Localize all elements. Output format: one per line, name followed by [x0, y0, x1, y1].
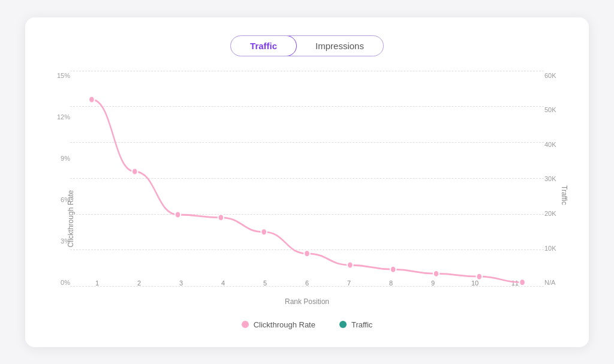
bar-group-4: 4	[202, 276, 244, 287]
ctr-legend-dot	[242, 321, 249, 328]
y-axis-right: 60K 50K 40K 30K 20K 10K N/A	[541, 71, 577, 311]
traffic-tab[interactable]: Traffic	[230, 35, 297, 56]
y-right-6: N/A	[544, 279, 555, 286]
y-left-4: 3%	[61, 237, 70, 245]
bar-label-9: 9	[431, 279, 435, 287]
chart-container: Clickthrough Rate Traffic 15% 12% 9% 6% …	[37, 71, 577, 311]
y-right-0: 60K	[544, 72, 556, 79]
legend: Clickthrough Rate Traffic	[37, 320, 577, 329]
y-right-3: 30K	[544, 175, 556, 182]
x-axis-title: Rank Position	[285, 297, 329, 306]
bar-label-11+: 11+	[511, 279, 523, 287]
bar-label-4: 4	[221, 279, 225, 287]
y-right-1: 50K	[544, 106, 556, 113]
ctr-legend-label: Clickthrough Rate	[254, 320, 315, 329]
bar-group-1: 1	[76, 276, 118, 287]
bar-group-11+: 11+	[496, 276, 538, 287]
bar-group-3: 3	[160, 276, 202, 287]
bar-group-2: 2	[118, 276, 160, 287]
impressions-tab[interactable]: Impressions	[296, 36, 383, 56]
main-card: Traffic Impressions Clickthrough Rate Tr…	[25, 17, 589, 347]
toggle-bar: Traffic Impressions	[37, 35, 577, 56]
bar-label-6: 6	[305, 279, 309, 287]
traffic-legend-label: Traffic	[351, 320, 372, 329]
bar-group-6: 6	[286, 276, 328, 287]
y-right-4: 20K	[544, 210, 556, 217]
y-left-1: 12%	[57, 113, 70, 121]
y-left-0: 15%	[57, 72, 70, 79]
bar-label-7: 7	[347, 279, 351, 287]
bar-label-1: 1	[95, 279, 99, 287]
y-left-5: 0%	[61, 279, 70, 286]
toggle-group: Traffic Impressions	[230, 35, 384, 56]
traffic-legend-dot	[339, 321, 347, 328]
legend-traffic: Traffic	[339, 320, 372, 329]
y-axis-left: 15% 12% 9% 6% 3% 0%	[37, 71, 70, 311]
y-right-2: 40K	[544, 141, 556, 148]
y-left-2: 9%	[61, 155, 70, 162]
legend-ctr: Clickthrough Rate	[242, 320, 315, 329]
bar-group-5: 5	[244, 276, 286, 287]
chart-area: 1234567891011+ Rank Position	[70, 71, 544, 287]
bar-label-10: 10	[471, 279, 478, 287]
bar-label-8: 8	[389, 279, 393, 287]
bar-label-2: 2	[137, 279, 141, 287]
bar-label-3: 3	[179, 279, 183, 287]
bar-group-9: 9	[412, 276, 454, 287]
bar-group-8: 8	[370, 276, 412, 287]
y-right-5: 10K	[544, 245, 556, 252]
bar-label-5: 5	[263, 279, 267, 287]
bar-group-7: 7	[328, 276, 370, 287]
bars-row: 1234567891011+	[70, 71, 544, 287]
y-left-3: 6%	[61, 196, 70, 203]
bar-group-10: 10	[454, 276, 496, 287]
